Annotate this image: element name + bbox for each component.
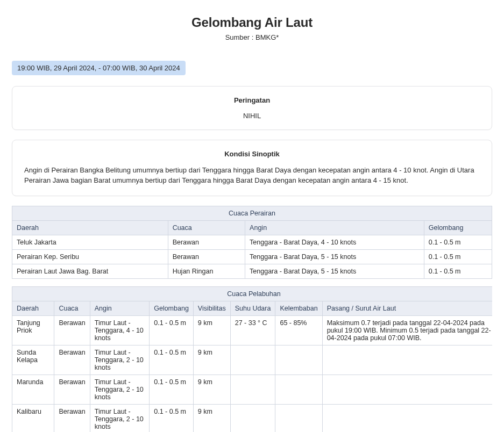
ports-cell: Timur Laut - Tenggara, 4 - 10 knots: [90, 315, 149, 345]
waters-cell: Tenggara - Barat Daya, 5 - 15 knots: [245, 264, 424, 278]
ports-cell: [230, 404, 275, 432]
waters-cell: 0.1 - 0.5 m: [424, 249, 492, 264]
waters-cell: 0.1 - 0.5 m: [424, 235, 492, 249]
ports-cell: 27 - 33 ° C: [230, 315, 275, 345]
waters-cell: Tenggara - Barat Daya, 5 - 15 knots: [245, 249, 424, 264]
table-row: Tanjung PriokBerawanTimur Laut - Tenggar…: [12, 315, 493, 345]
ports-header: Gelombang: [150, 301, 194, 315]
ports-cell: [322, 375, 492, 404]
ports-cell: Timur Laut - Tenggara, 2 - 10 knots: [90, 375, 149, 404]
table-row: KalibaruBerawanTimur Laut - Tenggara, 2 …: [12, 404, 493, 432]
synoptic-body: Angin di Perairan Bangka Belitung umumny…: [24, 165, 480, 186]
ports-cell: [230, 375, 275, 404]
waters-cell: Hujan Ringan: [168, 264, 245, 278]
waters-header: Daerah: [12, 220, 168, 235]
ports-cell: [275, 375, 322, 404]
ports-cell: [322, 345, 492, 375]
ports-header: Visibilitas: [193, 301, 230, 315]
ports-table: Cuaca Pelabuhan DaerahCuacaAnginGelomban…: [12, 286, 492, 432]
ports-header: Cuaca: [54, 301, 90, 315]
ports-header: Angin: [90, 301, 149, 315]
ports-cell: 0.1 - 0.5 m: [150, 345, 194, 375]
ports-cell: Sunda Kelapa: [12, 345, 54, 375]
waters-cell: Teluk Jakarta: [12, 235, 168, 249]
page: Gelombang Air Laut Sumber : BMKG* 19:00 …: [12, 15, 492, 432]
ports-cell: [230, 345, 275, 375]
ports-cell: 9 km: [193, 375, 230, 404]
waters-cell: Perairan Kep. Seribu: [12, 249, 168, 264]
waters-header: Angin: [245, 220, 424, 235]
ports-cell: 65 - 85%: [275, 315, 322, 345]
ports-cell: [275, 404, 322, 432]
waters-table: Cuaca Perairan DaerahCuacaAnginGelombang…: [12, 206, 492, 279]
ports-cell: 9 km: [193, 345, 230, 375]
ports-header: Suhu Udara: [230, 301, 275, 315]
table-row: Teluk JakartaBerawanTenggara - Barat Day…: [12, 235, 492, 249]
ports-cell: 0.1 - 0.5 m: [150, 375, 194, 404]
ports-table-wrap[interactable]: Cuaca Pelabuhan DaerahCuacaAnginGelomban…: [12, 286, 492, 432]
table-row: Perairan Laut Jawa Bag. BaratHujan Ringa…: [12, 264, 492, 278]
warning-card: Peringatan NIHIL: [12, 86, 492, 130]
waters-cell: Tenggara - Barat Daya, 4 - 10 knots: [245, 235, 424, 249]
ports-cell: Tanjung Priok: [12, 315, 54, 345]
ports-header: Kelembaban: [275, 301, 322, 315]
ports-cell: 0.1 - 0.5 m: [150, 404, 194, 432]
ports-cell: 9 km: [193, 315, 230, 345]
warning-title: Peringatan: [24, 96, 480, 104]
waters-cell: Perairan Laut Jawa Bag. Barat: [12, 264, 168, 278]
waters-caption: Cuaca Perairan: [12, 206, 492, 220]
ports-cell: Berawan: [54, 404, 90, 432]
waters-cell: Berawan: [168, 235, 245, 249]
ports-cell: [322, 404, 492, 432]
page-title: Gelombang Air Laut: [12, 15, 492, 30]
synoptic-title: Kondisi Sinoptik: [24, 150, 480, 158]
ports-cell: Timur Laut - Tenggara, 2 - 10 knots: [90, 345, 149, 375]
ports-cell: 9 km: [193, 404, 230, 432]
table-row: MarundaBerawanTimur Laut - Tenggara, 2 -…: [12, 375, 493, 404]
synoptic-card: Kondisi Sinoptik Angin di Perairan Bangk…: [12, 140, 492, 196]
ports-cell: Marunda: [12, 375, 54, 404]
period-badge: 19:00 WIB, 29 April 2024, - 07:00 WIB, 3…: [12, 61, 186, 75]
waters-cell: Berawan: [168, 249, 245, 264]
table-row: Sunda KelapaBerawanTimur Laut - Tenggara…: [12, 345, 493, 375]
ports-caption: Cuaca Pelabuhan: [12, 286, 492, 301]
ports-cell: Timur Laut - Tenggara, 2 - 10 knots: [90, 404, 149, 432]
ports-cell: [275, 345, 322, 375]
waters-cell: 0.1 - 0.5 m: [424, 264, 492, 278]
table-row: Perairan Kep. SeribuBerawanTenggara - Ba…: [12, 249, 492, 264]
waters-header: Gelombang: [424, 220, 492, 235]
ports-header: Daerah: [12, 301, 54, 315]
ports-cell: Maksimum 0.7 terjadi pada tanggal 22-04-…: [322, 315, 492, 345]
ports-cell: Kalibaru: [12, 404, 54, 432]
waters-header: Cuaca: [168, 220, 245, 235]
page-subtitle: Sumber : BMKG*: [12, 33, 492, 41]
ports-cell: Berawan: [54, 315, 90, 345]
ports-cell: Berawan: [54, 345, 90, 375]
warning-body: NIHIL: [24, 112, 480, 120]
ports-header: Pasang / Surut Air Laut: [322, 301, 492, 315]
ports-cell: Berawan: [54, 375, 90, 404]
ports-cell: 0.1 - 0.5 m: [150, 315, 194, 345]
